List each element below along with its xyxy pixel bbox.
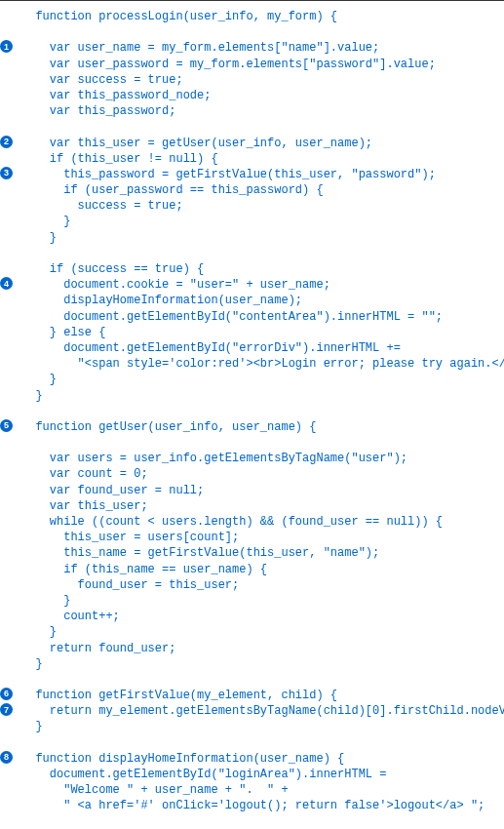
code-line: count++; bbox=[0, 609, 504, 624]
code-text: return my_element.getElementsByTagName(c… bbox=[21, 703, 504, 719]
marker-column: 5 bbox=[0, 419, 21, 432]
code-line bbox=[0, 435, 504, 451]
code-line: if (success == true) { bbox=[0, 261, 504, 277]
code-text: document.getElementById("loginArea").inn… bbox=[21, 767, 504, 782]
code-line: function processLogin(user_info, my_form… bbox=[0, 9, 504, 24]
code-line: var this_user; bbox=[0, 498, 504, 514]
code-line: var this_password_node; bbox=[0, 88, 504, 103]
code-text: if (user_password == this_password) { bbox=[21, 182, 504, 198]
code-line: document.getElementById("errorDiv").inne… bbox=[0, 340, 504, 356]
code-text: } bbox=[21, 230, 504, 246]
code-line: } bbox=[0, 372, 504, 387]
code-text: document.getElementById("errorDiv").inne… bbox=[21, 340, 504, 356]
code-text: var this_password; bbox=[21, 103, 504, 119]
code-line: 8 function displayHomeInformation(user_n… bbox=[0, 751, 504, 767]
callout-marker-2: 2 bbox=[0, 136, 13, 148]
marker-column: 4 bbox=[0, 277, 21, 290]
code-text: " <a href='#' onClick='logout(); return … bbox=[21, 798, 504, 813]
code-line: 3 this_password = getFirstValue(this_use… bbox=[0, 167, 504, 182]
code-text: displayHomeInformation(user_name); bbox=[21, 293, 504, 308]
code-text bbox=[21, 814, 504, 829]
callout-marker-6: 6 bbox=[0, 688, 13, 700]
code-line: var count = 0; bbox=[0, 466, 504, 482]
code-line: 6 function getFirstValue(my_element, chi… bbox=[0, 688, 504, 703]
marker-column: 7 bbox=[0, 703, 21, 716]
code-line: 2 var this_user = getUser(user_info, use… bbox=[0, 136, 504, 151]
code-line bbox=[0, 735, 504, 751]
code-text bbox=[21, 735, 504, 751]
code-text: function displayHomeInformation(user_nam… bbox=[21, 751, 504, 767]
code-text: } bbox=[21, 593, 504, 609]
code-line: "<span style='color:red'><br>Login error… bbox=[0, 356, 504, 372]
code-text: function getUser(user_info, user_name) { bbox=[21, 419, 504, 435]
code-line: while ((count < users.length) && (found_… bbox=[0, 514, 504, 530]
marker-column: 1 bbox=[0, 40, 21, 53]
code-line bbox=[0, 814, 504, 829]
code-text: var this_user = getUser(user_info, user_… bbox=[21, 136, 504, 151]
code-text: } bbox=[21, 624, 504, 640]
callout-marker-3: 3 bbox=[0, 167, 13, 179]
code-text: function processLogin(user_info, my_form… bbox=[21, 9, 504, 24]
code-line bbox=[0, 404, 504, 419]
code-line: 7 return my_element.getElementsByTagName… bbox=[0, 703, 504, 719]
code-line: var success = true; bbox=[0, 72, 504, 88]
code-text: if (this_user != null) { bbox=[21, 151, 504, 167]
code-text: var user_password = my_form.elements["pa… bbox=[21, 57, 504, 72]
code-line: 4 document.cookie = "user=" + user_name; bbox=[0, 277, 504, 293]
code-text: document.cookie = "user=" + user_name; bbox=[21, 277, 504, 293]
code-text: var users = user_info.getElementsByTagNa… bbox=[21, 451, 504, 466]
code-text: count++; bbox=[21, 609, 504, 624]
code-text: var this_user; bbox=[21, 498, 504, 514]
code-line: if (user_password == this_password) { bbox=[0, 182, 504, 198]
code-text: } else { bbox=[21, 325, 504, 340]
code-text: this_user = users[count]; bbox=[21, 530, 504, 545]
code-text: document.getElementById("contentArea").i… bbox=[21, 309, 504, 325]
code-line: document.getElementById("loginArea").inn… bbox=[0, 767, 504, 782]
code-text: var user_name = my_form.elements["name"]… bbox=[21, 40, 504, 56]
code-line: this_user = users[count]; bbox=[0, 530, 504, 545]
code-line: var found_user = null; bbox=[0, 483, 504, 498]
code-line: } bbox=[0, 593, 504, 609]
code-text: this_password = getFirstValue(this_user,… bbox=[21, 167, 504, 182]
code-text: return found_user; bbox=[21, 641, 504, 656]
code-line: this_name = getFirstValue(this_user, "na… bbox=[0, 545, 504, 561]
code-line: } bbox=[0, 719, 504, 734]
code-text bbox=[21, 672, 504, 688]
code-text: while ((count < users.length) && (found_… bbox=[21, 514, 504, 530]
code-text: } bbox=[21, 388, 504, 404]
marker-column: 6 bbox=[0, 688, 21, 700]
code-text: if (success == true) { bbox=[21, 261, 504, 277]
code-line: 5 function getUser(user_info, user_name)… bbox=[0, 419, 504, 435]
code-line: var user_password = my_form.elements["pa… bbox=[0, 57, 504, 72]
code-line: 1 var user_name = my_form.elements["name… bbox=[0, 40, 504, 56]
code-text bbox=[21, 119, 504, 135]
code-line bbox=[0, 672, 504, 688]
code-line: if (this_user != null) { bbox=[0, 151, 504, 167]
code-line: success = true; bbox=[0, 198, 504, 214]
code-text: this_name = getFirstValue(this_user, "na… bbox=[21, 545, 504, 561]
code-line: } bbox=[0, 656, 504, 672]
code-line: displayHomeInformation(user_name); bbox=[0, 293, 504, 308]
code-text: var count = 0; bbox=[21, 466, 504, 482]
code-line bbox=[0, 246, 504, 261]
code-text: "<span style='color:red'><br>Login error… bbox=[21, 356, 504, 372]
code-text: } bbox=[21, 719, 504, 734]
code-text: function getFirstValue(my_element, child… bbox=[21, 688, 504, 703]
code-listing: function processLogin(user_info, my_form… bbox=[0, 0, 504, 829]
code-line bbox=[0, 24, 504, 40]
code-line: "Welcome " + user_name + ". " + bbox=[0, 782, 504, 798]
code-line: } bbox=[0, 624, 504, 640]
code-line: document.getElementById("contentArea").i… bbox=[0, 309, 504, 325]
code-text bbox=[21, 246, 504, 261]
code-text: if (this_name == user_name) { bbox=[21, 562, 504, 577]
code-line: var users = user_info.getElementsByTagNa… bbox=[0, 451, 504, 466]
code-line: found_user = this_user; bbox=[0, 577, 504, 593]
code-text: var found_user = null; bbox=[21, 483, 504, 498]
callout-marker-5: 5 bbox=[0, 419, 13, 432]
code-text: found_user = this_user; bbox=[21, 577, 504, 593]
callout-marker-8: 8 bbox=[0, 751, 13, 764]
callout-marker-7: 7 bbox=[0, 703, 13, 716]
code-text bbox=[21, 24, 504, 40]
code-text: success = true; bbox=[21, 198, 504, 214]
code-text: "Welcome " + user_name + ". " + bbox=[21, 782, 504, 798]
